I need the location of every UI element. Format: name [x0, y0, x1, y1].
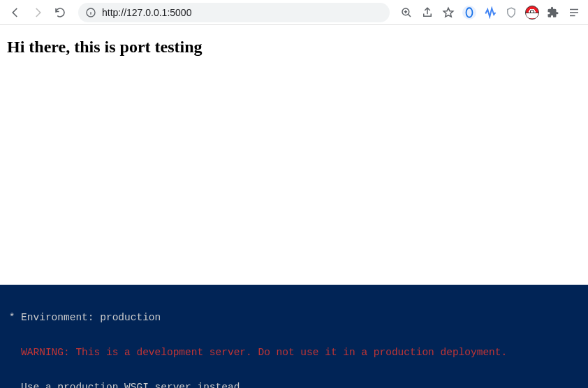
reload-icon — [54, 6, 66, 19]
terminal-warning-line: WARNING: This is a development server. D… — [3, 347, 585, 359]
svg-line-4 — [409, 14, 411, 16]
star-icon — [442, 6, 455, 19]
extensions-button[interactable] — [545, 4, 561, 21]
site-info-icon[interactable] — [85, 7, 96, 18]
extension-4[interactable] — [524, 4, 541, 21]
zoom-button[interactable] — [398, 4, 415, 21]
extension-2[interactable] — [482, 4, 499, 21]
puzzle-icon — [547, 6, 559, 19]
reload-button[interactable] — [50, 3, 70, 22]
arrow-right-icon — [31, 6, 44, 19]
circle-o-icon — [462, 6, 476, 20]
extension-1[interactable] — [461, 4, 478, 21]
browser-toolbar — [0, 0, 588, 25]
forward-button[interactable] — [28, 3, 47, 22]
zoom-icon — [400, 6, 413, 19]
shield-icon — [505, 6, 517, 19]
pulse-icon — [484, 6, 497, 19]
reading-list-button[interactable] — [566, 4, 582, 21]
toolbar-actions — [398, 4, 582, 21]
url-input[interactable] — [102, 7, 383, 18]
address-bar[interactable] — [78, 3, 390, 22]
page-heading: Hi there, this is port testing — [7, 38, 581, 57]
terminal-window[interactable]: * Environment: production WARNING: This … — [0, 285, 588, 388]
terminal-line: * Environment: production — [3, 312, 585, 324]
back-button[interactable] — [6, 3, 25, 22]
share-icon — [421, 6, 434, 19]
pokeball-icon — [525, 6, 539, 20]
page-body: Hi there, this is port testing — [0, 25, 588, 69]
svg-point-7 — [466, 8, 473, 17]
terminal-line: Use a production WSGI server instead. — [3, 382, 585, 388]
share-button[interactable] — [419, 4, 436, 21]
list-icon — [568, 6, 580, 19]
extension-3[interactable] — [503, 4, 520, 21]
arrow-left-icon — [9, 6, 22, 19]
bookmark-button[interactable] — [440, 4, 457, 21]
